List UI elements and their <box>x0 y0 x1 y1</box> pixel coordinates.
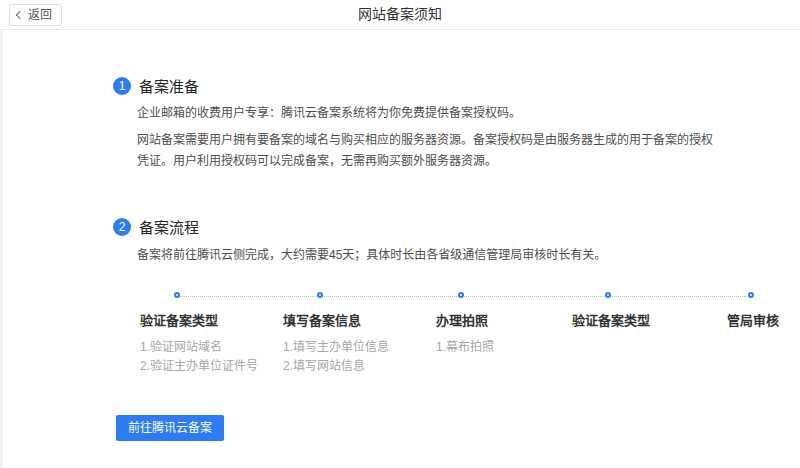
step-connector-line <box>179 296 753 297</box>
step-column-verify-type: 验证备案类型 1.验证网站域名 2.验证主办单位证件号 <box>140 312 258 376</box>
header-bar: 网站备案须知 <box>0 0 800 30</box>
back-button-label: 返回 <box>28 5 52 25</box>
step-label: 验证备案类型 <box>140 312 258 329</box>
back-button[interactable]: 返回 <box>9 4 62 26</box>
page-title: 网站备案须知 <box>0 0 800 30</box>
step-dot-5 <box>748 292 754 298</box>
step-label: 管局审核 <box>727 312 779 329</box>
step-sub-item: 2.验证主办单位证件号 <box>140 357 258 376</box>
section-title-preparation: 备案准备 <box>139 77 199 96</box>
step-sub-item: 1.验证网站域名 <box>140 338 258 357</box>
step-dot-2 <box>317 292 323 298</box>
step-dot-4 <box>605 292 611 298</box>
step-sub-item: 1.幕布拍照 <box>436 338 494 357</box>
filing-notice-page: 网站备案须知 返回 1 备案准备 企业邮箱的收费用户专享：腾讯云备案系统将为你免… <box>0 0 800 468</box>
step-dot-1 <box>174 292 180 298</box>
section-number-badge-2: 2 <box>113 218 131 236</box>
step-dot-3 <box>458 292 464 298</box>
chevron-left-icon <box>16 11 24 19</box>
go-to-tencent-cloud-filing-button[interactable]: 前往腾讯云备案 <box>116 415 224 441</box>
step-sub-item: 2.填写网站信息 <box>283 357 389 376</box>
step-column-fill-info: 填写备案信息 1.填写主办单位信息 2.填写网站信息 <box>283 312 389 376</box>
process-paragraph: 备案将前往腾讯云侧完成，大约需要45天；具体时长由各省级通信管理局审核时长有关。 <box>137 245 606 266</box>
preparation-paragraph-2: 网站备案需要用户拥有要备案的域名与购买相应的服务器资源。备案授权码是由服务器生成… <box>137 130 715 172</box>
step-sub-item: 1.填写主办单位信息 <box>283 338 389 357</box>
left-scrollbar-track <box>0 31 3 468</box>
step-label: 填写备案信息 <box>283 312 389 329</box>
step-label: 验证备案类型 <box>572 312 650 329</box>
preparation-paragraph-1: 企业邮箱的收费用户专享：腾讯云备案系统将为你免费提供备案授权码。 <box>137 103 521 124</box>
section-number-badge-1: 1 <box>113 77 131 95</box>
step-column-verify-type-2: 验证备案类型 <box>572 312 650 329</box>
step-column-photo: 办理拍照 1.幕布拍照 <box>436 312 494 357</box>
step-label: 办理拍照 <box>436 312 494 329</box>
step-column-bureau-review: 管局审核 <box>727 312 779 329</box>
section-title-process: 备案流程 <box>139 218 199 237</box>
